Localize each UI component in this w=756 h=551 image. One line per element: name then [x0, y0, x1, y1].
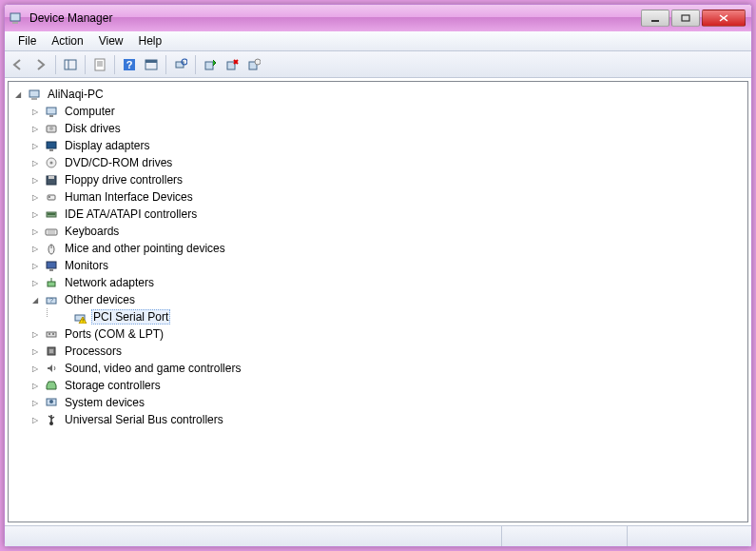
tree-category[interactable]: ▷Human Interface Devices	[9, 188, 747, 206]
svg-rect-14	[176, 62, 184, 68]
action-button[interactable]	[141, 54, 162, 75]
svg-rect-50	[47, 332, 56, 337]
system-icon	[44, 395, 59, 410]
expand-icon[interactable]: ▷	[29, 261, 40, 271]
mouse-icon	[44, 241, 59, 256]
menu-help[interactable]: Help	[131, 32, 170, 49]
svg-point-33	[48, 196, 50, 198]
tree-category[interactable]: ◢?Other devices	[9, 291, 747, 308]
update-driver-button[interactable]	[200, 54, 221, 75]
tree-category[interactable]: ▷IDE ATA/ATAPI controllers	[9, 206, 747, 223]
toolbar-separator	[114, 55, 115, 74]
expand-icon[interactable]: ▷	[29, 107, 40, 117]
computer-icon	[27, 87, 42, 102]
disable-button[interactable]	[243, 54, 264, 75]
svg-rect-23	[49, 115, 53, 117]
tree-category[interactable]: ▷Sound, video and game controllers	[9, 360, 747, 377]
svg-rect-26	[47, 142, 56, 148]
forward-button[interactable]	[30, 54, 51, 75]
collapse-icon[interactable]: ◢	[29, 295, 40, 305]
tree-category[interactable]: ▷Mice and other pointing devices	[9, 240, 747, 257]
tree-category[interactable]: ▷Floppy drive controllers	[9, 171, 747, 188]
uninstall-button[interactable]	[222, 54, 242, 75]
tree-category-label: IDE ATA/ATAPI controllers	[63, 207, 199, 222]
expand-icon[interactable]: ▷	[29, 209, 40, 220]
svg-point-56	[49, 400, 53, 403]
tree-category[interactable]: ▷Universal Serial Bus controllers	[9, 411, 747, 428]
expand-icon[interactable]: ▷	[29, 415, 40, 425]
tree-category[interactable]: ▷System devices	[9, 394, 747, 411]
tree-category-label: Display adapters	[63, 138, 151, 153]
tree-category-label: Sound, video and game controllers	[63, 361, 242, 376]
tree-category-label: Human Interface Devices	[63, 189, 195, 205]
statusbar	[5, 525, 751, 546]
svg-rect-43	[48, 282, 55, 286]
status-cell	[5, 526, 501, 546]
tree-device[interactable]: !PCI Serial Port	[9, 308, 747, 325]
properties-button[interactable]	[89, 54, 110, 75]
expand-icon[interactable]: ▷	[29, 192, 40, 203]
keyboard-icon	[44, 224, 59, 239]
svg-rect-0	[10, 13, 20, 21]
expand-icon[interactable]: ▷	[29, 364, 40, 374]
tree-category-label: Other devices	[63, 292, 137, 307]
toolbar-separator	[165, 55, 166, 74]
tree-content[interactable]: ◢AliNaqi-PC▷Computer▷Disk drives▷Display…	[8, 81, 748, 522]
tree-category[interactable]: ▷Processors	[9, 343, 747, 360]
tree-category[interactable]: ▷Ports (COM & LPT)	[9, 325, 747, 343]
tree-category-label: Keyboards	[63, 224, 121, 239]
port-icon	[44, 326, 59, 342]
storage-icon	[44, 378, 59, 393]
tree-root[interactable]: ◢AliNaqi-PC	[9, 86, 747, 103]
tree-root-label: AliNaqi-PC	[46, 87, 106, 102]
tree-category[interactable]: ▷Computer	[9, 103, 747, 120]
maximize-button[interactable]	[671, 10, 700, 27]
menubar: File Action View Help	[5, 31, 751, 51]
menu-action[interactable]: Action	[44, 32, 90, 49]
expand-icon[interactable]: ▷	[29, 226, 40, 237]
window-title: Device Manager	[29, 11, 641, 25]
tree-category-label: Floppy drive controllers	[63, 172, 184, 187]
titlebar[interactable]: Device Manager	[5, 5, 751, 31]
svg-rect-22	[47, 108, 56, 114]
expand-icon[interactable]: ▷	[29, 381, 40, 391]
tree-category-label: Monitors	[63, 258, 110, 273]
svg-point-52	[52, 333, 54, 335]
expand-icon[interactable]: ▷	[29, 244, 40, 254]
close-button[interactable]	[702, 10, 746, 27]
tree-category[interactable]: ▷Network adapters	[9, 274, 747, 291]
help-button[interactable]: ?	[119, 54, 140, 75]
tree-category[interactable]: ▷Disk drives	[9, 120, 747, 137]
status-cell	[501, 526, 627, 546]
scan-hardware-button[interactable]	[170, 54, 191, 75]
tree-category[interactable]: ▷Display adapters	[9, 137, 747, 154]
expand-icon[interactable]: ▷	[29, 124, 40, 134]
expand-icon[interactable]: ▷	[29, 141, 40, 151]
expand-icon[interactable]: ▷	[29, 175, 40, 186]
usb-icon	[44, 412, 59, 427]
collapse-icon[interactable]: ◢	[12, 89, 23, 100]
tree-category-label: DVD/CD-ROM drives	[63, 155, 174, 170]
expand-icon[interactable]: ▷	[29, 278, 40, 288]
tree-category[interactable]: ▷Keyboards	[9, 223, 747, 240]
expand-icon[interactable]: ▷	[29, 398, 40, 408]
tree-category-label: Storage controllers	[63, 378, 163, 393]
svg-rect-20	[29, 90, 39, 97]
tree-category-label: Ports (COM & LPT)	[63, 326, 165, 342]
tree-category-label: Universal Serial Bus controllers	[63, 412, 225, 427]
svg-rect-1	[12, 22, 18, 24]
expand-icon[interactable]: ▷	[29, 329, 40, 340]
app-icon	[9, 10, 24, 26]
tree-category[interactable]: ▷Storage controllers	[9, 377, 747, 394]
expand-icon[interactable]: ▷	[29, 158, 40, 168]
show-hide-console-button[interactable]	[60, 54, 81, 75]
back-button[interactable]	[9, 54, 29, 75]
network-icon	[44, 275, 59, 290]
svg-rect-2	[651, 20, 659, 22]
menu-file[interactable]: File	[10, 32, 44, 49]
minimize-button[interactable]	[641, 10, 669, 27]
tree-category[interactable]: ▷Monitors	[9, 257, 747, 274]
menu-view[interactable]: View	[91, 32, 131, 49]
tree-category[interactable]: ▷DVD/CD-ROM drives	[9, 154, 747, 171]
expand-icon[interactable]: ▷	[29, 346, 40, 357]
